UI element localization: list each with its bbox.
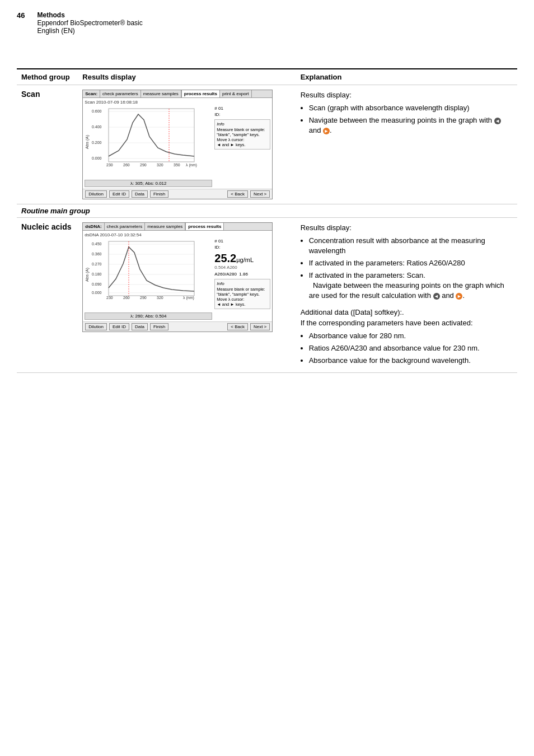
svg-text:290: 290 <box>140 296 147 300</box>
nucleic-graph-area: Abs (A) 0.450 0.360 0.270 0.180 0.090 <box>85 239 270 320</box>
nucleic-nav-bar: dsDNA: check parameters measure samples … <box>83 223 272 231</box>
nucleic-acids-display-cell: dsDNA: check parameters measure samples … <box>78 218 296 373</box>
scan-info-title: Info <box>217 122 268 127</box>
nucleic-additional-intro: If the corresponding parameters have bee… <box>301 318 513 329</box>
svg-text:0.600: 0.600 <box>92 109 102 113</box>
svg-text:0.180: 0.180 <box>92 272 102 276</box>
nucleic-bullet-2: If activated in the parameters: Ratios A… <box>309 258 513 268</box>
scan-footer-buttons: Dilution Edit ID Data Finish <box>85 190 169 198</box>
scan-btn-dilution[interactable]: Dilution <box>85 190 107 198</box>
nucleic-device-screen: dsDNA: check parameters measure samples … <box>82 222 273 332</box>
nucleic-right-arrow-icon: ► <box>456 293 462 300</box>
nucleic-btn-back[interactable]: < Back <box>227 323 248 330</box>
nucleic-device-body: dsDNA 2010-07-10 10:32:54 Abs (A) 0.4 <box>83 231 272 321</box>
scan-graph-left: Abs (A) 0.600 0.400 0.200 0.000 <box>85 106 212 187</box>
nucleic-tab-process[interactable]: process results <box>185 223 224 230</box>
nucleic-info-line-4: ◄ and ► keys. <box>217 302 268 307</box>
scan-info-box: Info Measure blank or sample: "blank", "… <box>214 119 270 150</box>
nucleic-tab-dsdna[interactable]: dsDNA: <box>83 223 104 230</box>
routine-header-row: Routine main group <box>17 204 517 218</box>
svg-text:0.270: 0.270 <box>92 262 102 266</box>
svg-text:320: 320 <box>157 163 163 167</box>
nucleic-info-line-1: Measure blank or sample: <box>217 287 268 292</box>
scan-info-line-2: "blank", "sample" keys. <box>217 132 268 137</box>
svg-text:350: 350 <box>174 163 180 167</box>
scan-y-axis-label: Abs (A) <box>85 135 90 149</box>
nucleic-ratio-value: 1.86 <box>239 272 248 277</box>
scan-btn-next[interactable]: Next > <box>250 190 270 198</box>
nucleic-btn-data[interactable]: Data <box>132 323 148 330</box>
nucleic-device-footer: Dilution Edit ID Data Finish < Back Next… <box>83 321 272 332</box>
scan-wavelength-display: λ: 305; Abs: 0.012 <box>85 180 212 187</box>
scan-tab-check[interactable]: check parameters <box>100 90 141 97</box>
nucleic-btn-editid[interactable]: Edit ID <box>109 323 129 330</box>
col-header-explanation: Explanation <box>296 69 517 85</box>
scan-info-line-3: Move λ cursor: <box>217 137 268 142</box>
nucleic-id-label: ID: <box>214 245 270 250</box>
scan-nav-bar: Scan: check parameters measure samples p… <box>83 90 272 98</box>
nucleic-info-line-3: Move λ cursor: <box>217 297 268 302</box>
nucleic-footer-buttons: Dilution Edit ID Data Finish <box>85 323 169 330</box>
scan-tab-measure[interactable]: measure samples <box>141 90 181 97</box>
nucleic-sample-num: # 01 <box>214 239 270 244</box>
col-header-display: Results display <box>78 69 296 85</box>
svg-text:0.450: 0.450 <box>92 242 102 246</box>
nucleic-concentration-display: 25.2µg/mL 0.504 A260 <box>214 252 270 270</box>
svg-rect-8 <box>109 109 194 162</box>
nucleic-explanation-list: Concentration result with absorbance at … <box>309 236 513 301</box>
scan-nav-buttons: < Back Next > <box>227 190 270 198</box>
nucleic-tab-measure[interactable]: measure samples <box>145 223 185 230</box>
nucleic-tab-check[interactable]: check parameters <box>105 223 146 230</box>
language-label: English (EN) <box>37 27 142 35</box>
scan-graph-svg: 0.600 0.400 0.200 0.000 <box>91 106 200 179</box>
scan-graph-area: Abs (A) 0.600 0.400 0.200 0.000 <box>85 106 270 187</box>
nucleic-add-bullet-2: Ratios A260/A230 and absorbance value fo… <box>309 343 513 353</box>
nucleic-ratio-label: A260/A280 <box>214 272 237 277</box>
scan-display-cell: Scan: check parameters measure samples p… <box>78 85 296 204</box>
svg-text:0.000: 0.000 <box>92 291 102 295</box>
scan-btn-data[interactable]: Data <box>132 190 148 198</box>
nucleic-y-axis-label: Abs (A) <box>85 268 90 282</box>
scan-tab-scan[interactable]: Scan: <box>83 90 100 97</box>
nucleic-btn-finish[interactable]: Finish <box>150 323 168 330</box>
nucleic-info-line-2: "blank", "sample" keys. <box>217 292 268 297</box>
scan-explanation-title: Results display: <box>301 90 513 101</box>
nucleic-ratio-line: A260/A280 1.86 <box>214 272 270 277</box>
nucleic-acids-label: Nucleic acids <box>21 222 72 231</box>
scan-method-label: Scan <box>21 90 40 99</box>
nucleic-conc-abs: 0.504 A260 <box>214 265 270 270</box>
svg-text:290: 290 <box>140 163 147 167</box>
svg-text:λ (nm): λ (nm) <box>186 163 197 167</box>
svg-text:0.400: 0.400 <box>92 125 102 129</box>
page-number: 46 <box>17 11 25 20</box>
nucleic-additional-title: Additional data ([Data] softkey):. <box>301 307 513 318</box>
scan-bullet-2: Navigate between the measuring points in… <box>309 115 513 136</box>
scan-device-footer: Dilution Edit ID Data Finish < Back Next… <box>83 189 272 199</box>
scan-row: Scan Scan: check parameters measure samp… <box>17 85 517 204</box>
left-arrow-icon: ◄ <box>494 118 501 124</box>
scan-id-label: ID: <box>214 112 270 117</box>
scan-device-screen: Scan: check parameters measure samples p… <box>82 90 273 199</box>
right-arrow-icon: ► <box>323 128 330 134</box>
scan-graph-right: # 01 ID: Info Measure blank or sample: "… <box>214 106 270 187</box>
svg-text:0.000: 0.000 <box>92 156 102 160</box>
nucleic-btn-dilution[interactable]: Dilution <box>85 323 107 330</box>
svg-rect-28 <box>109 241 194 296</box>
svg-text:260: 260 <box>123 296 130 300</box>
nucleic-nav-buttons: < Back Next > <box>227 323 270 330</box>
nucleic-bullet-1: Concentration result with absorbance at … <box>309 236 513 256</box>
section-title: Methods <box>37 11 142 19</box>
nucleic-info-title: Info <box>217 281 268 286</box>
nucleic-btn-next[interactable]: Next > <box>250 323 270 330</box>
scan-tab-print[interactable]: print & export <box>220 90 252 97</box>
nucleic-conc-unit: µg/mL <box>236 256 254 263</box>
scan-btn-editid[interactable]: Edit ID <box>109 190 129 198</box>
scan-tab-process[interactable]: process results <box>181 90 220 97</box>
scan-btn-back[interactable]: < Back <box>227 190 248 198</box>
svg-text:230: 230 <box>106 296 113 300</box>
scan-btn-finish[interactable]: Finish <box>150 190 168 198</box>
nucleic-add-bullet-1: Absorbance value for 280 nm. <box>309 331 513 341</box>
nucleic-add-bullet-3: Absorbance value for the background wave… <box>309 356 513 366</box>
nucleic-timestamp: dsDNA 2010-07-10 10:32:54 <box>85 232 270 237</box>
nucleic-graph-left: Abs (A) 0.450 0.360 0.270 0.180 0.090 <box>85 239 212 320</box>
